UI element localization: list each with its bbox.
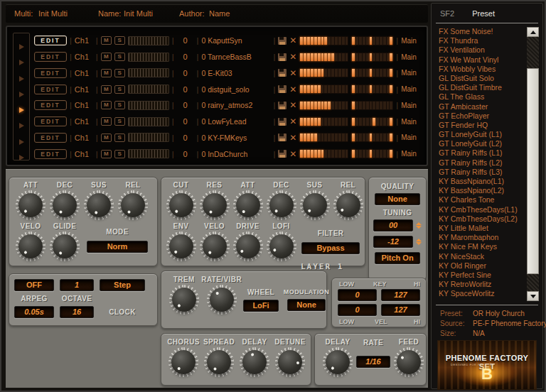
program-number[interactable]: 0: [177, 117, 194, 126]
tuning-coarse-display[interactable]: 00: [373, 219, 413, 232]
preset-list-item[interactable]: FX Thundra: [439, 36, 524, 45]
preset-list-item[interactable]: GT LonelyGuit (L1): [439, 130, 524, 139]
preset-list-item[interactable]: GT Fender HQ: [439, 121, 524, 130]
key-low-display[interactable]: 0: [338, 289, 377, 301]
mute-button[interactable]: M: [101, 117, 112, 126]
solo-button[interactable]: S: [114, 69, 125, 77]
mute-button[interactable]: M: [101, 150, 112, 158]
mute-button[interactable]: M: [101, 69, 112, 77]
program-number[interactable]: 0: [177, 36, 194, 45]
program-number[interactable]: 0: [177, 69, 194, 77]
volume-meter[interactable]: [299, 133, 348, 142]
channel-select[interactable]: Ch1: [75, 134, 93, 142]
velo-knob[interactable]: [16, 232, 46, 261]
solo-button[interactable]: S: [114, 36, 125, 45]
filter-dec-knob[interactable]: [267, 190, 296, 220]
output-select[interactable]: Main: [401, 69, 421, 77]
mute-button[interactable]: M: [101, 101, 112, 109]
output-select[interactable]: Main: [401, 134, 421, 141]
quality-display[interactable]: None: [375, 193, 420, 205]
preset-list-item[interactable]: KY Old Ringer: [439, 261, 524, 271]
edit-button[interactable]: EDIT: [34, 133, 67, 143]
edit-button[interactable]: EDIT: [34, 36, 67, 45]
save-icon[interactable]: [278, 69, 287, 77]
save-icon[interactable]: [278, 102, 287, 109]
preset-list-item[interactable]: KY SpaceWorlitz: [439, 289, 524, 298]
volume-meter[interactable]: [299, 117, 348, 126]
wheel-display[interactable]: LoFi: [243, 300, 279, 312]
preset-list-item[interactable]: KY Perfect Sine: [439, 271, 524, 280]
filter-rel-knob[interactable]: [333, 190, 363, 220]
vel-hi-display[interactable]: 127: [381, 304, 420, 316]
pan-meter[interactable]: [351, 133, 393, 142]
arpeg-time-display[interactable]: 0.05s: [14, 306, 54, 318]
modulation-display[interactable]: None: [287, 299, 326, 311]
preset-list-item[interactable]: GT LonelyGuit (L2): [439, 139, 524, 148]
arpeg-state-display[interactable]: OFF: [14, 279, 54, 291]
rate-vibr-knob[interactable]: [207, 285, 237, 315]
preset-scrollbar[interactable]: [527, 27, 539, 301]
arpeg-octave-display[interactable]: 1: [60, 279, 94, 291]
clear-icon[interactable]: ✕: [289, 134, 296, 142]
detune-knob[interactable]: [275, 347, 305, 377]
pan-meter[interactable]: [351, 53, 393, 62]
clear-icon[interactable]: ✕: [289, 36, 296, 45]
output-select[interactable]: Main: [401, 150, 421, 158]
multi-value[interactable]: Init Multi: [38, 9, 68, 18]
sus-knob[interactable]: [84, 190, 114, 220]
delay-knob[interactable]: [323, 347, 353, 377]
save-icon[interactable]: [278, 37, 287, 45]
arpeg-clock-display[interactable]: 16: [60, 306, 94, 318]
preset-list-item[interactable]: KY Little Mallet: [439, 224, 524, 233]
tuning-fine-display[interactable]: -12: [373, 236, 413, 248]
pan-meter[interactable]: [351, 36, 393, 45]
tab-sf2[interactable]: SF2: [440, 9, 454, 18]
edit-button[interactable]: EDIT: [34, 85, 67, 94]
drive-knob[interactable]: [233, 232, 263, 261]
arpeg-mode-display[interactable]: Step: [100, 279, 145, 291]
feed-knob[interactable]: [394, 347, 424, 377]
mute-button[interactable]: M: [101, 134, 112, 142]
row-arrow-icon[interactable]: [19, 44, 24, 50]
preset-name[interactable]: 0 distguit_solo: [201, 85, 270, 94]
preset-name[interactable]: 0 KaputtSyn: [201, 36, 270, 45]
clear-icon[interactable]: ✕: [289, 101, 296, 109]
tab-preset[interactable]: Preset: [472, 9, 495, 18]
preset-list-item[interactable]: GT Ambicaster: [439, 102, 524, 111]
chorus-knob[interactable]: [168, 347, 198, 377]
preset-list-item[interactable]: GL DistGuit Timbre: [439, 83, 524, 92]
program-number[interactable]: 0: [177, 53, 194, 61]
row-arrow-icon[interactable]: [19, 60, 24, 65]
lofi-knob[interactable]: [267, 232, 296, 261]
row-arrow-icon[interactable]: [19, 139, 24, 145]
preset-list-item[interactable]: KY BassNpiano(L2): [439, 186, 524, 195]
program-number[interactable]: 0: [177, 101, 194, 109]
pitch-toggle-display[interactable]: Pitch On: [375, 252, 420, 264]
solo-button[interactable]: S: [114, 150, 125, 158]
volume-meter[interactable]: [299, 149, 348, 158]
pan-meter[interactable]: [351, 68, 393, 77]
solo-button[interactable]: S: [114, 117, 125, 126]
preset-list-item[interactable]: KY CmbTheseDays(L1): [439, 205, 524, 214]
pan-meter[interactable]: [351, 85, 393, 94]
mode-display[interactable]: Norm: [87, 241, 148, 253]
preset-list-item[interactable]: GT Rainy Riffs (L1): [439, 148, 524, 158]
preset-list-item[interactable]: KY BassNpiano(L1): [439, 177, 524, 186]
program-number[interactable]: 0: [177, 85, 194, 94]
clear-icon[interactable]: ✕: [289, 150, 296, 158]
save-icon[interactable]: [278, 150, 287, 158]
preset-list-item[interactable]: KY Nice FM Keys: [439, 242, 524, 251]
output-select[interactable]: Main: [401, 118, 421, 126]
clear-icon[interactable]: ✕: [289, 85, 296, 94]
scroll-thumb[interactable]: [527, 68, 539, 274]
volume-meter[interactable]: [299, 101, 348, 110]
clear-icon[interactable]: ✕: [289, 69, 296, 77]
dec-knob[interactable]: [50, 190, 80, 220]
channel-select[interactable]: Ch1: [75, 117, 93, 126]
spinner-up-icon[interactable]: [416, 222, 422, 225]
preset-list-item[interactable]: KY CmbTheseDays(L2): [439, 214, 524, 224]
channel-select[interactable]: Ch1: [75, 69, 93, 77]
spinner-down-icon[interactable]: [416, 226, 422, 229]
edit-button[interactable]: EDIT: [34, 52, 67, 62]
save-icon[interactable]: [278, 134, 287, 141]
